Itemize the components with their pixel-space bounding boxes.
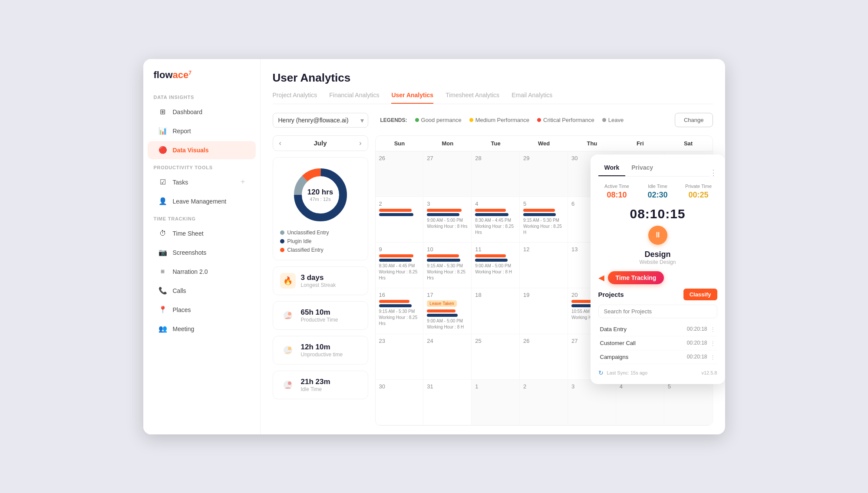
- cal-cell-3[interactable]: 3 9:00 AM - 5:00 PM Working Hour : 8 Hrs: [423, 197, 472, 243]
- cal-cell-9[interactable]: 9 8:30 AM - 4:45 PM Working Hour : 8.25 …: [376, 243, 424, 288]
- user-select[interactable]: Henry (henry@flowace.ai): [273, 113, 368, 128]
- project-more-data-entry[interactable]: ⋮: [710, 326, 716, 332]
- cal-cell-19[interactable]: 19: [520, 288, 568, 334]
- pause-button[interactable]: [648, 226, 667, 245]
- sidebar-item-label: Report: [173, 128, 191, 135]
- project-search-input[interactable]: [598, 305, 717, 318]
- sidebar-item-label: Time Sheet: [173, 230, 204, 237]
- sidebar-item-places[interactable]: 📍 Places: [148, 301, 256, 319]
- project-name-data-entry: Data Entry: [600, 326, 687, 332]
- next-month-button[interactable]: ›: [359, 139, 361, 147]
- sidebar-item-calls[interactable]: 📞 Calls: [148, 282, 256, 300]
- cal-cell-2[interactable]: 2: [376, 197, 424, 243]
- cal-cell-12[interactable]: 12: [520, 243, 568, 288]
- private-time-label: Private Time: [680, 184, 717, 189]
- critical-dot: [537, 118, 541, 122]
- cal-cell-4b[interactable]: 4: [616, 380, 664, 425]
- sync-icon: ↻: [598, 369, 604, 376]
- sidebar-item-tasks[interactable]: ☑ Tasks +: [148, 173, 256, 191]
- cal-head-wed: Wed: [520, 136, 568, 151]
- tab-work[interactable]: Work: [598, 162, 626, 176]
- cal-cell-27a[interactable]: 27: [423, 151, 472, 197]
- sidebar-item-label: Leave Management: [173, 198, 227, 205]
- cal-cell-31[interactable]: 31: [423, 380, 472, 425]
- app-container: flowace7 DATA INSIGHTS ⊞ Dashboard 📊 Rep…: [143, 59, 725, 434]
- cal-cell-11[interactable]: 11 9:00 AM - 5:00 PM Working Hour : 8 H: [472, 243, 520, 288]
- idle-info: 21h 23m Idle Time: [301, 378, 330, 392]
- sidebar-item-label: Places: [173, 306, 191, 313]
- cal-cell-29a[interactable]: 29: [520, 151, 568, 197]
- sidebar-item-time-sheet[interactable]: ⏱ Time Sheet: [148, 224, 256, 243]
- tab-email-analytics[interactable]: Email Analytics: [512, 92, 552, 104]
- dashboard-icon: ⊞: [158, 107, 168, 117]
- calls-icon: 📞: [158, 286, 168, 296]
- sidebar-item-leave-management[interactable]: 👤 Leave Management: [148, 192, 256, 210]
- sidebar-item-report[interactable]: 📊 Report: [148, 122, 256, 140]
- unproductive-value: 12h 10m: [301, 343, 343, 352]
- sidebar-item-data-visuals[interactable]: 🔴 Data Visuals: [148, 141, 256, 159]
- svg-point-9: [288, 381, 291, 385]
- tab-user-analytics[interactable]: User Analytics: [391, 92, 433, 104]
- project-row-customer-call[interactable]: Customer Call 00:20:18 ⋮: [598, 336, 717, 350]
- tab-financial-analytics[interactable]: Financial Analytics: [329, 92, 379, 104]
- project-more-customer-call[interactable]: ⋮: [710, 340, 716, 346]
- tab-timesheet-analytics[interactable]: Timesheet Analytics: [446, 92, 499, 104]
- legend-good: Good permance: [415, 117, 462, 123]
- cal-cell-26a[interactable]: 26: [376, 151, 424, 197]
- idle-value: 21h 23m: [301, 378, 330, 386]
- project-row-campaigns[interactable]: Campaigns 00:20:18 ⋮: [598, 350, 717, 364]
- page-title: User Analytics: [273, 71, 713, 85]
- more-options-icon[interactable]: ⋮: [710, 168, 717, 177]
- legends: LEGENDS: Good permance Medium Performanc…: [380, 117, 624, 123]
- cal-cell-5[interactable]: 5 9:15 AM - 5:30 PM Working Hour : 8.25 …: [520, 197, 568, 243]
- sidebar-item-dashboard[interactable]: ⊞ Dashboard: [148, 103, 256, 121]
- sidebar-item-meeting[interactable]: 👥 Meeting: [148, 320, 256, 338]
- cal-cell-2b[interactable]: 2: [520, 380, 568, 425]
- unproductive-label: Unproductive time: [301, 352, 343, 358]
- cal-cell-3b[interactable]: 3: [568, 380, 616, 425]
- productive-label: Productive Time: [301, 317, 338, 323]
- productive-value: 65h 10m: [301, 308, 338, 317]
- project-row-data-entry[interactable]: Data Entry 00:20:18 ⋮: [598, 322, 717, 336]
- add-task-icon[interactable]: +: [241, 177, 245, 187]
- sidebar-item-label: Tasks: [173, 179, 188, 186]
- cal-cell-1b[interactable]: 1: [472, 380, 520, 425]
- tab-privacy[interactable]: Privacy: [625, 162, 659, 176]
- cal-cell-24[interactable]: 24: [423, 334, 472, 380]
- sidebar-item-screenshots[interactable]: 📷 Screenshots: [148, 243, 256, 262]
- private-time-value: 00:25: [680, 191, 717, 200]
- project-time-customer-call: 00:20:18: [687, 340, 707, 346]
- cal-cell-16[interactable]: 16 9:15 AM - 5:30 PM Working Hour : 8.25…: [376, 288, 424, 334]
- project-more-campaigns[interactable]: ⋮: [710, 354, 716, 360]
- classify-button[interactable]: Classify: [683, 289, 717, 300]
- cal-cell-18[interactable]: 18: [472, 288, 520, 334]
- legend-critical: Critical Performance: [537, 117, 594, 123]
- idle-time-value: 02:30: [639, 191, 677, 200]
- tab-project-analytics[interactable]: Project Analytics: [273, 92, 317, 104]
- cal-cell-30[interactable]: 30: [376, 380, 424, 425]
- project-name-campaigns: Campaigns: [600, 354, 687, 360]
- tasks-icon: ☑: [158, 177, 168, 187]
- sync-label: Last Sync: 15s ago: [607, 370, 648, 375]
- cal-cell-25[interactable]: 25: [472, 334, 520, 380]
- nav-arrow-left-icon[interactable]: ◀: [598, 273, 604, 283]
- cal-cell-4[interactable]: 4 8:30 AM - 4:45 PM Working Hour : 8.25 …: [472, 197, 520, 243]
- cal-cell-10[interactable]: 10 9:15 AM - 5:30 PM Working Hour : 8.25…: [423, 243, 472, 288]
- good-dot: [415, 118, 419, 122]
- cal-cell-17[interactable]: 17 Leave Taken 9:00 AM - 5:00 PM Working…: [423, 288, 472, 334]
- streak-label: Longest Streak: [301, 282, 336, 288]
- cal-cell-23[interactable]: 23: [376, 334, 424, 380]
- project-time-data-entry: 00:20:18: [687, 326, 707, 332]
- time-sheet-icon: ⏱: [158, 229, 168, 238]
- cal-cell-28a[interactable]: 28: [472, 151, 520, 197]
- streak-info: 3 days Longest Streak: [301, 273, 336, 288]
- sidebar-item-narration[interactable]: ≡ Narration 2.0: [148, 263, 256, 281]
- good-label: Good permance: [421, 117, 462, 123]
- cal-cell-5b[interactable]: 5: [664, 380, 713, 425]
- unproductive-icon: [280, 342, 296, 358]
- change-button[interactable]: Change: [675, 113, 713, 127]
- prev-month-button[interactable]: ‹: [279, 139, 281, 147]
- svg-point-7: [288, 347, 291, 350]
- time-tracking-badge: Time Tracking: [608, 271, 664, 284]
- cal-cell-26[interactable]: 26: [520, 334, 568, 380]
